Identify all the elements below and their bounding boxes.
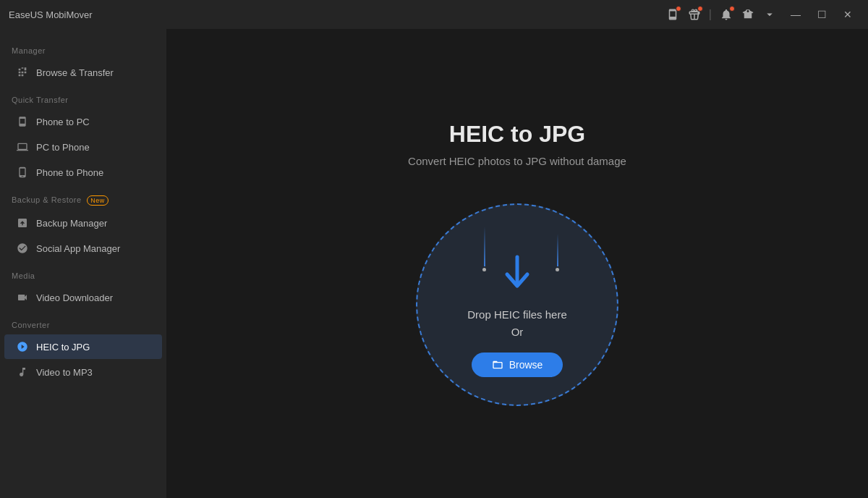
new-badge: New [87,195,109,206]
browse-transfer-icon [16,66,29,79]
gift-icon[interactable] [687,7,702,22]
drop-arrow-icon [500,254,535,297]
bell-badge [729,6,735,12]
sidebar-item-backup-manager[interactable]: Backup Manager [4,211,162,235]
backup-manager-icon [16,216,29,229]
video-downloader-icon [16,291,29,304]
page-subtitle: Convert HEIC photos to JPG without damag… [408,155,626,167]
section-label-manager: Manager [0,36,166,59]
browse-label: Browse [509,359,543,371]
heic-to-jpg-label: HEIC to JPG [36,342,90,353]
or-label: Or [511,326,524,338]
mobile-icon[interactable] [665,7,680,22]
folder-icon [492,359,503,371]
phone-to-phone-icon [16,166,29,179]
video-to-mp3-label: Video to MP3 [36,367,93,378]
phone-to-pc-label: Phone to PC [36,117,90,127]
drop-text: Drop HEIC files here Or [467,306,567,341]
left-drop-line [482,227,486,271]
drop-zone[interactable]: Drop HEIC files here Or Browse [416,203,618,406]
close-button[interactable]: ✕ [836,6,859,23]
pc-to-phone-label: PC to Phone [36,142,90,153]
separator1: | [709,8,712,21]
sidebar-item-phone-to-pc[interactable]: Phone to PC [4,109,162,134]
sidebar-item-browse-transfer[interactable]: Browse & Transfer [4,60,162,85]
sidebar-item-pc-to-phone[interactable]: PC to Phone [4,135,162,159]
maximize-button[interactable]: ☐ [810,6,833,23]
window-controls: — ☐ ✕ [784,6,859,23]
backup-manager-label: Backup Manager [36,218,107,229]
browse-transfer-label: Browse & Transfer [36,67,114,78]
gift-badge [697,6,703,12]
main-layout: Manager Browse & Transfer Quick Transfer… [0,29,868,498]
sidebar: Manager Browse & Transfer Quick Transfer… [0,29,166,498]
section-label-media: Media [0,261,166,284]
sidebar-item-heic-to-jpg[interactable]: HEIC to JPG [4,334,162,359]
shirt-svg [741,8,754,21]
browse-button[interactable]: Browse [472,353,563,377]
shirt-icon[interactable] [741,7,755,22]
video-downloader-label: Video Downloader [36,292,113,303]
phone-to-phone-label: Phone to Phone [36,167,103,178]
video-to-mp3-icon [16,366,29,379]
sidebar-item-video-downloader[interactable]: Video Downloader [4,285,162,310]
drop-files-label: Drop HEIC files here [467,308,567,321]
social-app-icon [16,242,29,255]
minimize-button[interactable]: — [784,6,807,23]
titlebar-icons: | — ☐ ✕ [665,6,859,23]
section-label-quick-transfer: Quick Transfer [0,85,166,109]
app-title: EaseUS MobiMover [9,9,93,20]
sidebar-item-social-app-manager[interactable]: Social App Manager [4,236,162,261]
dropdown-svg [763,8,776,21]
mobile-badge [676,6,681,12]
content-area: HEIC to JPG Convert HEIC photos to JPG w… [166,29,868,498]
titlebar: EaseUS MobiMover | [0,0,868,29]
section-label-converter: Converter [0,311,166,334]
section-label-backup: Backup & Restore New [0,185,166,210]
sidebar-item-phone-to-phone[interactable]: Phone to Phone [4,160,162,185]
bell-icon[interactable] [719,7,733,22]
app-title-area: EaseUS MobiMover [9,9,93,20]
page-title: HEIC to JPG [449,121,585,148]
sidebar-item-video-to-mp3[interactable]: Video to MP3 [4,360,162,384]
phone-to-pc-icon [16,115,29,128]
right-drop-line [556,234,559,271]
pc-to-phone-icon [16,140,29,153]
social-app-manager-label: Social App Manager [36,243,120,254]
heic-to-jpg-icon [16,340,29,353]
dropdown-icon[interactable] [762,7,777,22]
